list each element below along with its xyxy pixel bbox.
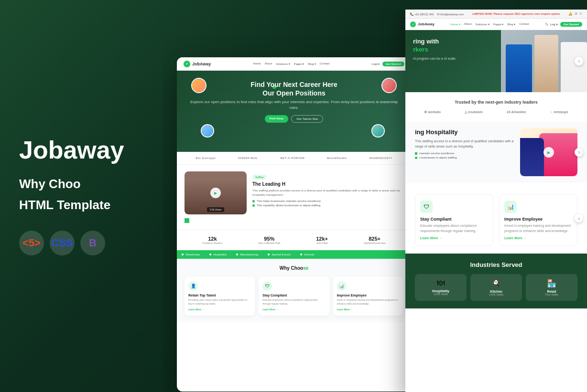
why-title: Why Choose [185, 265, 403, 271]
section-image: ▶ 9.3k Views [185, 171, 247, 214]
brand-section: Jobaway Why Choo HTML Template <5> CSS B [19, 137, 153, 256]
logo-workato: ⚙ workato [424, 110, 441, 114]
hero-buttons: Find Away Hire Talents Now [186, 115, 402, 123]
ticker-item-3: Special Events [268, 253, 291, 256]
browser-icons: 🔔 ⚙ ✕ [568, 12, 582, 16]
hosp-title: ing Hospitality [415, 128, 515, 136]
section-row: ▶ 9.3k Views Staffing The Leading H This… [185, 171, 403, 214]
stat-num-3: 825+ [364, 236, 386, 242]
industry-name-0: Hospitality [419, 289, 463, 293]
stat-label-3: Satisfied Businesses [364, 242, 386, 244]
brand-logo-3: BrandStudio [327, 157, 347, 159]
logo-icon: ✓ [184, 61, 190, 67]
stats-row: 12k Freelance Workers 95% Jobs Fulfillme… [177, 230, 411, 250]
card-title-2: Improve Employee [337, 294, 400, 297]
hosp-desc: This staffing access to a diverse pool o… [415, 138, 515, 149]
css3-badge: CSS [50, 231, 75, 255]
right-card-text-1: Invest in employee training and developm… [504, 223, 572, 233]
stat-0: 12k Freelance Workers [202, 236, 222, 244]
right-card-link-1[interactable]: Learn More → [504, 236, 572, 240]
bullet-dot-1 [252, 200, 255, 202]
logo-netskope: ∩ netskope [550, 110, 568, 114]
right-card-link-0[interactable]: Learn More → [420, 236, 488, 240]
right-card-0: 🛡 Stay Compliant Educate employees about… [415, 194, 493, 246]
mock-hero: Find Your Next Career Here Our Open Posi… [177, 71, 411, 152]
card-title-1: Stay Compliant [262, 294, 325, 297]
brand-logo-2: NET-A-PORTER [280, 157, 304, 159]
why-card-2: 📊 Improve Employee Invest in employee tr… [333, 276, 403, 316]
right-hero-desc: nt program can be a nt scale. [413, 57, 480, 60]
industry-name-1: Kitchen [474, 290, 518, 293]
main-section: ▶ 9.3k Views Staffing The Leading H This… [177, 165, 411, 230]
bullet-1: This helps businesses maintain service e… [252, 200, 403, 202]
bullet-2: This capability allows businesses to adj… [252, 204, 403, 207]
industry-count-2: This Staffs [530, 293, 574, 296]
mockup-left: ✓ JobAway Home About Solutions ▾ Pages ▾… [177, 57, 411, 392]
stat-num-0: 12k [202, 236, 222, 242]
card-link-1[interactable]: Learn More → [262, 308, 325, 311]
mock-logo: ✓ JobAway [184, 61, 211, 67]
brand-logo-0: Ehr Extrappl [196, 157, 216, 159]
play-button[interactable]: ▶ [210, 188, 221, 198]
industry-2: 🏪 Retail This Staffs [526, 274, 577, 301]
stat-num-1: 95% [258, 236, 281, 242]
trusted-logos: ⚙ workato △ exubeam 24 Airwollee ∩ netsk… [415, 110, 577, 114]
right-hero: ring with rkers nt program can be a nt s… [405, 30, 587, 92]
right-card-title-1: Improve Employee [504, 217, 572, 222]
logo-exubeam: △ exubeam [465, 110, 482, 114]
mockup-container: ✓ JobAway Home About Solutions ▾ Pages ▾… [163, 10, 587, 392]
card-link-2[interactable]: Learn More → [337, 308, 400, 311]
right-hero-image [501, 30, 587, 92]
stat-3: 825+ Satisfied Businesses [364, 236, 386, 244]
right-cards-section: 🛡 Stay Compliant Educate employees about… [405, 183, 587, 254]
brand-name: Jobaway [19, 137, 153, 164]
mockup-right: 📞 +91 (9012) 345 ✉ info@jobaway.com LIMI… [405, 10, 587, 392]
industry-count-1: 1428 Staffs [474, 293, 518, 296]
right-logo-icon: ✓ [410, 21, 416, 27]
industries-title: Industries Served [415, 261, 577, 268]
hosp-bullet-0: maintain service excellence [415, 152, 515, 155]
tech-badges: <5> CSS B [19, 231, 153, 255]
right-login[interactable]: Log In [550, 23, 558, 26]
stat-2: 12k+ Jobs Filled [316, 236, 328, 244]
industry-icon-1: 🍳 [474, 279, 518, 288]
trusted-title: Trusted by the next-gen industry leaders [415, 100, 577, 105]
right-card-text-0: Educate employees about compliance requi… [420, 223, 488, 233]
phone-info: 📞 +91 (9012) 345 [410, 12, 434, 16]
card-icon-2: 📊 [337, 281, 347, 291]
hosp-play-btn[interactable]: ▶ [544, 147, 554, 158]
hero-description: Explore our open positions to find roles… [186, 99, 402, 110]
right-card-icon-0: 🛡 [420, 201, 433, 213]
hospitality-section: ing Hospitality This staffing access to … [405, 122, 587, 183]
hero-text: Find Your Next Career Here Our Open Posi… [186, 80, 402, 123]
get-started-btn[interactable]: Get Started [382, 62, 404, 66]
card-text-0: Providing clear career paths and growth … [188, 298, 251, 306]
brands-strip: Ehr Extrappl PARKER REAL NET-A-PORTER Br… [177, 152, 411, 165]
scroll-up-btn-1[interactable]: ↑ [575, 57, 583, 65]
brand-logo-4: HIGHERSOCIETY [370, 157, 392, 159]
hosp-bullet-1: t businesses to adjust staffing [415, 156, 515, 159]
right-logo: ✓ JobAway [410, 21, 435, 27]
hire-talents-btn[interactable]: Hire Talents Now [291, 115, 323, 123]
industries-grid: 🍽 Hospitality 1258 Staffs 🍳 Kitchen 1428… [415, 274, 577, 301]
trusted-section: Trusted by the next-gen industry leaders… [405, 92, 587, 122]
right-cards-row: 🛡 Stay Compliant Educate employees about… [415, 194, 577, 246]
avatar-2 [201, 124, 214, 138]
ticker-item-0: Warehouse [182, 253, 200, 256]
find-away-btn[interactable]: Find Away [265, 115, 289, 123]
card-link-0[interactable]: Learn More → [188, 308, 251, 311]
brand-subtitle1: Why Choo [19, 175, 153, 192]
ticker-item-2: Manufacturing [236, 253, 258, 256]
industry-1: 🍳 Kitchen 1428 Staffs [470, 274, 522, 301]
email-info: ✉ info@jobaway.com [437, 12, 464, 16]
scroll-up-btn-2[interactable]: ↑ [575, 148, 583, 157]
card-title-0: Retain Top Talent [188, 294, 251, 297]
right-nav: ✓ JobAway Home ▾ About Solutions ▾ Pages… [405, 19, 587, 30]
stat-1: 95% Jobs Fulfillment Rate [258, 236, 281, 244]
hosp-image: ▶ [520, 128, 577, 176]
right-get-started[interactable]: Get Started [560, 22, 582, 27]
card-text-1: Educate employees about compliance requi… [262, 298, 325, 306]
ticker-item-4: General [300, 253, 314, 256]
scroll-down-btn[interactable]: ↓ [575, 214, 583, 222]
stat-label-0: Freelance Workers [202, 242, 222, 244]
